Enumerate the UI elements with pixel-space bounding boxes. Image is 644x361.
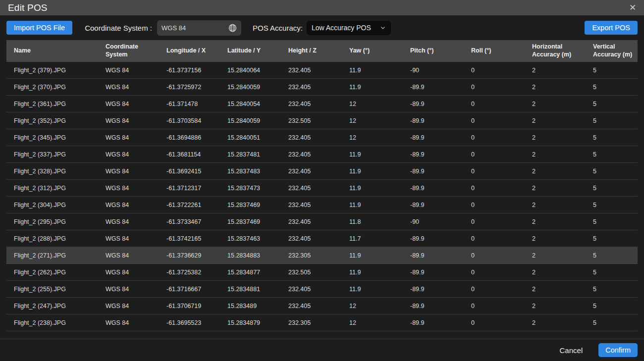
export-pos-button[interactable]: Export POS: [585, 21, 638, 35]
table-cell: 0: [464, 235, 525, 242]
column-header: Latitude / Y: [220, 47, 281, 55]
cancel-button[interactable]: Cancel: [560, 346, 583, 355]
table-cell: 5: [586, 202, 638, 208]
table-row[interactable]: Flight_2 (288).JPGWGS 84-61.374216515.28…: [6, 230, 638, 247]
table-cell: 11.9: [342, 269, 403, 276]
table-cell: 15.2837481: [220, 151, 281, 158]
table-cell: 0: [464, 134, 525, 141]
table-cell: 2: [525, 303, 586, 309]
table-cell: 15.2837469: [220, 218, 281, 225]
table-cell: 11.7: [342, 235, 403, 242]
coordinate-system-input[interactable]: WGS 84: [157, 20, 241, 36]
table-cell: -61.3681154: [159, 151, 220, 158]
column-header: Coordinate System: [98, 43, 159, 58]
dialog-footer: Cancel Confirm: [0, 339, 644, 361]
import-pos-file-button[interactable]: Import POS File: [6, 21, 72, 35]
pos-accuracy-label: POS Accuracy:: [253, 24, 303, 32]
table-cell: 0: [464, 218, 525, 225]
table-cell: -61.3695523: [159, 319, 220, 326]
globe-icon[interactable]: [228, 24, 237, 32]
table-cell: 232.405: [281, 286, 342, 293]
table-cell: WGS 84: [98, 286, 159, 293]
table-cell: 15.283489: [220, 303, 281, 309]
table-cell: 15.2834877: [220, 269, 281, 276]
table-cell: WGS 84: [98, 235, 159, 242]
table-cell: -89.9: [403, 202, 464, 208]
table-cell: WGS 84: [98, 303, 159, 309]
table-cell: -61.3725382: [159, 269, 220, 276]
table-cell: -89.9: [403, 286, 464, 293]
table-cell: 5: [586, 134, 638, 141]
table-cell: WGS 84: [98, 218, 159, 225]
table-cell: 232.305: [281, 319, 342, 326]
table-cell: Flight_2 (328).JPG: [6, 168, 98, 175]
table-cell: Flight_2 (337).JPG: [6, 151, 98, 158]
close-icon[interactable]: ✕: [627, 2, 638, 13]
table-row[interactable]: Flight_2 (295).JPGWGS 84-61.373346715.28…: [6, 213, 638, 230]
table-cell: 5: [586, 84, 638, 91]
table-cell: 15.2837469: [220, 202, 281, 208]
table-row[interactable]: Flight_2 (271).JPGWGS 84-61.373662915.28…: [6, 247, 638, 264]
chevron-down-icon: [380, 25, 386, 31]
table-cell: 232.405: [281, 67, 342, 74]
pos-accuracy-select[interactable]: Low Accuracy POS: [307, 21, 391, 35]
table-cell: 232.405: [281, 202, 342, 208]
table-row[interactable]: Flight_2 (247).JPGWGS 84-61.370671915.28…: [6, 298, 638, 314]
table-cell: 5: [586, 218, 638, 225]
table-cell: 15.2837463: [220, 235, 281, 242]
table-cell: 11.9: [342, 67, 403, 74]
confirm-button[interactable]: Confirm: [598, 343, 638, 357]
table-row[interactable]: Flight_2 (255).JPGWGS 84-61.371666715.28…: [6, 281, 638, 298]
table-cell: WGS 84: [98, 319, 159, 326]
table-cell: 232.405: [281, 218, 342, 225]
table-row[interactable]: Flight_2 (345).JPGWGS 84-61.369488615.28…: [6, 129, 638, 146]
table-cell: -90: [403, 218, 464, 225]
table-cell: 232.505: [281, 117, 342, 124]
table-cell: -89.9: [403, 101, 464, 107]
table-cell: 15.2840059: [220, 84, 281, 91]
table-cell: 11.9: [342, 84, 403, 91]
table-cell: -89.9: [403, 252, 464, 259]
table-row[interactable]: Flight_2 (352).JPGWGS 84-61.370358415.28…: [6, 112, 638, 129]
table-cell: Flight_2 (379).JPG: [6, 67, 98, 74]
pos-table: NameCoordinate SystemLongitude / XLatitu…: [6, 40, 638, 331]
table-row[interactable]: Flight_2 (379).JPGWGS 84-61.373715615.28…: [6, 62, 638, 79]
column-header: Horizontal Accuracy (m): [525, 43, 586, 58]
table-row[interactable]: Flight_2 (238).JPGWGS 84-61.369552315.28…: [6, 314, 638, 331]
coordinate-system-value: WGS 84: [161, 24, 228, 32]
table-row[interactable]: Flight_2 (337).JPGWGS 84-61.368115415.28…: [6, 146, 638, 163]
table-row[interactable]: Flight_2 (312).JPGWGS 84-61.371231715.28…: [6, 180, 638, 197]
table-cell: 5: [586, 117, 638, 124]
table-cell: 5: [586, 235, 638, 242]
table-body: Flight_2 (379).JPGWGS 84-61.373715615.28…: [6, 62, 638, 331]
table-cell: Flight_2 (247).JPG: [6, 303, 98, 309]
table-cell: -89.9: [403, 117, 464, 124]
pos-accuracy-value: Low Accuracy POS: [312, 24, 380, 32]
table-row[interactable]: Flight_2 (328).JPGWGS 84-61.369241515.28…: [6, 163, 638, 180]
table-cell: 5: [586, 185, 638, 192]
table-cell: -61.3716667: [159, 286, 220, 293]
table-row[interactable]: Flight_2 (370).JPGWGS 84-61.372597215.28…: [6, 79, 638, 96]
table-cell: 232.405: [281, 235, 342, 242]
table-row[interactable]: Flight_2 (304).JPGWGS 84-61.372226115.28…: [6, 197, 638, 213]
table-cell: WGS 84: [98, 151, 159, 158]
table-cell: 5: [586, 67, 638, 74]
table-cell: 2: [525, 269, 586, 276]
table-cell: WGS 84: [98, 168, 159, 175]
table-header: NameCoordinate SystemLongitude / XLatitu…: [6, 40, 638, 62]
table-cell: Flight_2 (352).JPG: [6, 117, 98, 124]
table-cell: 0: [464, 303, 525, 309]
table-cell: WGS 84: [98, 101, 159, 107]
table-cell: 0: [464, 67, 525, 74]
table-row[interactable]: Flight_2 (361).JPGWGS 84-61.37147815.284…: [6, 96, 638, 112]
table-cell: -89.9: [403, 185, 464, 192]
table-cell: 232.305: [281, 252, 342, 259]
table-cell: -89.9: [403, 269, 464, 276]
table-cell: 5: [586, 319, 638, 326]
column-header: Name: [6, 47, 98, 55]
table-cell: 0: [464, 319, 525, 326]
table-cell: WGS 84: [98, 185, 159, 192]
table-cell: -61.3725972: [159, 84, 220, 91]
table-row[interactable]: Flight_2 (262).JPGWGS 84-61.372538215.28…: [6, 264, 638, 281]
table-cell: Flight_2 (312).JPG: [6, 185, 98, 192]
